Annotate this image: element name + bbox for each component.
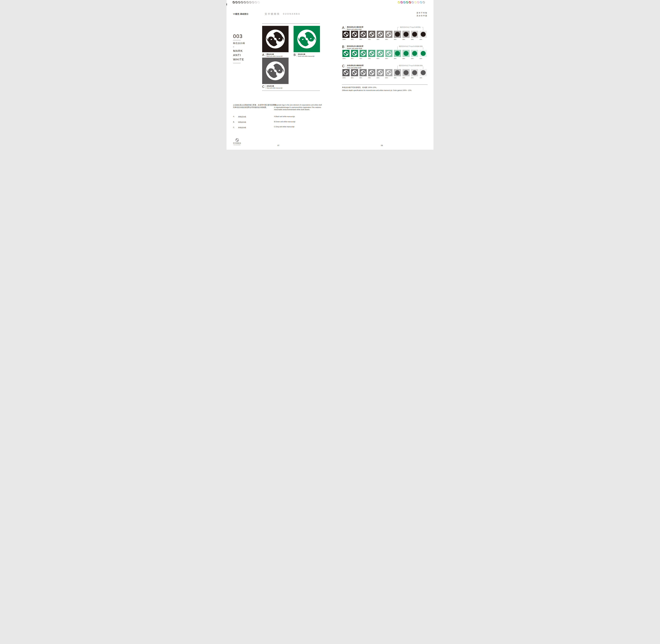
scale-letter: B	[342, 45, 345, 49]
legend-item: A. 黑色反白稿	[233, 116, 246, 118]
ram-swirl-logo-icon	[378, 51, 383, 56]
ram-swirl-logo-icon	[360, 70, 366, 75]
divider	[265, 85, 266, 89]
tint-note-bracket: 色阶度40%以下logo为单黑色	[397, 27, 423, 30]
brand-name-zh: 贡羊锁南坝	[265, 13, 280, 16]
tint-swatch-square	[402, 31, 410, 38]
ram-swirl-logo-icon	[249, 1, 251, 4]
tint-swatch-square	[343, 31, 350, 38]
ram-swirl-logo-icon	[422, 1, 425, 4]
tint-swatch: 50%	[385, 31, 392, 40]
section-title-en: MARK ANTI WHITE	[233, 49, 261, 62]
legend-letter: A.	[233, 116, 238, 118]
tint-swatch: 10%	[420, 50, 427, 59]
scale-letter: C	[342, 64, 345, 69]
tint-swatch: 50%	[385, 69, 392, 78]
tint-swatch: 10%	[420, 31, 427, 40]
ram-swirl-logo-icon	[352, 51, 357, 56]
tint-percent-label: 90%	[351, 39, 358, 40]
ram-swirl-logo-icon	[343, 70, 349, 75]
legend-label-zh: 灰色反白稿	[238, 127, 246, 129]
tint-swatch: 100%	[343, 50, 350, 59]
ram-swirl-logo-icon	[255, 1, 257, 4]
times-symbol: ×	[233, 46, 261, 48]
scale-heading: A 黑色底色反白稿色阶度 Black anti white draft	[342, 26, 381, 30]
specimen-caption: C 灰色反白稿 Grey anti white manuscript	[262, 85, 289, 89]
tint-swatch-square	[411, 31, 418, 38]
tint-swatch: 10%	[420, 69, 427, 78]
tint-swatch-square	[394, 50, 401, 57]
ram-swirl-logo-icon	[412, 1, 414, 4]
tint-note-text: 色阶度40%以下logo为灰色标准色	[398, 65, 424, 67]
ram-swirl-logo-icon	[235, 138, 239, 142]
specimen-green: B 绿色反白稿 Green anti white manuscript	[293, 26, 320, 57]
tint-scale-section-grey: C 灰色底色反白稿色阶度 Grey anti white draft 色阶度40…	[342, 64, 427, 82]
tint-percent-label: 40%	[394, 39, 401, 40]
tint-swatch-square	[394, 69, 401, 76]
tint-swatch-square	[411, 69, 418, 76]
tint-swatch: 40%	[394, 31, 401, 40]
tint-percent-label: 20%	[411, 39, 418, 40]
tint-scale-section-black: A 黑色底色反白稿色阶度 Black anti white draft 色阶度4…	[342, 26, 427, 43]
ram-swirl-logo-icon	[409, 1, 411, 4]
tint-percent-label: 20%	[411, 77, 418, 78]
tint-percent-label: 60%	[377, 39, 384, 40]
page-number-right: 08	[381, 144, 383, 146]
tint-swatch-square	[377, 69, 384, 76]
ram-swirl-logo-icon	[343, 51, 349, 56]
scale-title-zh: 黑色底色反白稿色阶度	[347, 26, 364, 28]
tint-percent-label: 70%	[368, 58, 375, 59]
legend-en: A.Black anti white manuscript B.Green an…	[274, 116, 295, 131]
tint-percent-label: 50%	[385, 58, 392, 59]
legend-label-en: B.Green anti white manuscript	[274, 121, 295, 123]
tint-swatch-square	[351, 69, 358, 76]
legend-letter: B.	[233, 121, 238, 123]
tint-swatch-square	[368, 31, 375, 38]
ram-swirl-logo-icon	[403, 70, 409, 75]
ram-swirl-logo-icon	[386, 32, 392, 37]
ram-swirl-logo-icon	[398, 1, 400, 4]
tint-percent-label: 50%	[385, 39, 392, 40]
tint-swatch: 70%	[368, 50, 375, 59]
tint-swatch: 60%	[377, 50, 384, 59]
tint-percent-label: 100%	[343, 58, 350, 59]
brand-header: 贡羊锁南坝 SUONANBA	[265, 13, 300, 16]
legend-item: B. 绿色反白稿	[233, 121, 246, 123]
tint-swatch: 90%	[351, 50, 358, 59]
specimen-caption: B 绿色反白稿 Green anti white manuscript	[293, 53, 320, 57]
tint-swatch: 20%	[411, 69, 418, 78]
tint-percent-label: 70%	[368, 39, 375, 40]
ram-swirl-logo-icon	[241, 1, 243, 4]
tint-scale-row: 100% 90% 80% 70% 60% 50% 40%	[343, 31, 427, 40]
tint-swatch: 60%	[377, 31, 384, 40]
tint-swatch: 70%	[368, 69, 375, 78]
ram-swirl-logo-icon	[417, 1, 419, 4]
specimen-caption-zh: 灰色反白稿	[267, 85, 282, 87]
scale-note-en: Different depth specifications for monoc…	[342, 89, 412, 91]
slogan-line-1: 贡羊千年味	[417, 12, 427, 15]
section-index: 003 标志反白稿 × MARK ANTI WHITE	[233, 33, 261, 63]
scale-heading: C 灰色底色反白稿色阶度 Grey anti white draft	[342, 64, 381, 69]
tint-percent-label: 90%	[351, 77, 358, 78]
tint-swatch: 30%	[402, 50, 410, 59]
tint-percent-label: 10%	[420, 58, 427, 59]
specimen-caption-zh: 黑色反白稿	[266, 53, 283, 55]
tint-percent-label: 70%	[368, 77, 375, 78]
legend-label-en: C.Grey anti white manuscript	[274, 126, 294, 128]
tint-swatch-square	[359, 50, 367, 57]
specimen-caption-en: Black anti white manuscript	[266, 55, 283, 57]
section-title-en-line: MARK	[233, 49, 261, 53]
tint-percent-label: 30%	[402, 39, 410, 40]
tint-swatch: 50%	[385, 50, 392, 59]
footer-brand-zh: 贡羊锁南坝	[233, 142, 242, 144]
description-zh: 企业标志是企业形象的核心要素，在使用中因注册等需要用 到单色反白稿这就需要合理便…	[233, 104, 276, 109]
ram-swirl-logo-icon	[265, 61, 285, 81]
divider	[233, 63, 241, 63]
tint-scale-row: 100% 90% 80% 70% 60% 50% 40%	[343, 69, 427, 78]
tint-percent-label: 10%	[420, 39, 427, 40]
legend-letter: C.	[233, 127, 238, 129]
ram-swirl-logo-icon	[386, 70, 392, 75]
tint-swatch-square	[385, 31, 392, 38]
scale-title-en: Green anti white draft	[347, 48, 364, 49]
ram-swirl-logo-icon	[378, 70, 383, 75]
